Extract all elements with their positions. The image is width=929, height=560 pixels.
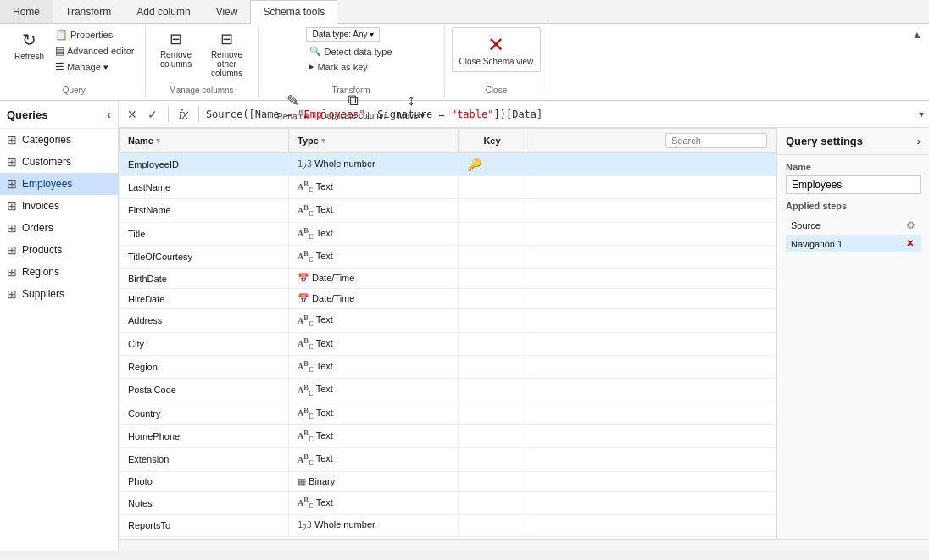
cell-key — [459, 332, 526, 355]
col-header-type[interactable]: Type ▾ — [289, 129, 459, 153]
cell-extra — [526, 355, 776, 378]
mark-as-key-label: Mark as key — [317, 62, 367, 72]
manage-button[interactable]: ☰ Manage ▾ — [52, 59, 138, 75]
qs-header: Query settings › — [777, 128, 929, 155]
cell-key — [459, 448, 526, 471]
sidebar-item-regions[interactable]: ⊞ Regions — [0, 261, 118, 283]
ribbon-group-close: ✕ Close Schema view Close — [445, 25, 549, 98]
move-button[interactable]: ↕ Move ▾ — [393, 89, 429, 123]
cell-name: City — [120, 332, 289, 355]
cell-type: ABC Text — [289, 199, 459, 222]
tab-home[interactable]: Home — [0, 0, 53, 23]
cell-name: FirstName — [120, 199, 289, 222]
step-label-navigation1: Navigation 1 — [791, 239, 906, 249]
remove-columns-label: Remove columns — [157, 50, 196, 69]
mark-as-key-button[interactable]: ▸ Mark as key — [306, 59, 370, 74]
cell-extra — [526, 309, 776, 332]
sidebar-label-orders: Orders — [22, 222, 53, 234]
cell-name: Extension — [120, 448, 289, 471]
sidebar-item-categories[interactable]: ⊞ Categories — [0, 129, 118, 151]
close-schema-view-icon: ✕ — [487, 33, 504, 57]
table-row[interactable]: EmployeeID 123 Whole number 🔑 — [120, 153, 776, 176]
refresh-button[interactable]: ↻ Refresh — [10, 27, 48, 64]
step-delete-icon[interactable]: ✕ — [906, 238, 914, 249]
qs-expand-button[interactable]: › — [917, 135, 921, 147]
sidebar-item-orders[interactable]: ⊞ Orders — [0, 217, 118, 239]
table-row[interactable]: Notes ABC Text — [120, 491, 776, 514]
sidebar-item-invoices[interactable]: ⊞ Invoices — [0, 195, 118, 217]
table-row[interactable]: HireDate 📅 Date/Time — [120, 289, 776, 309]
cell-name: HireDate — [120, 289, 289, 309]
table-row[interactable]: Photo ▦ Binary — [120, 471, 776, 491]
sidebar-item-products[interactable]: ⊞ Products — [0, 239, 118, 261]
qs-name-section: Name Applied steps Source ⚙ Navigation 1… — [777, 155, 929, 259]
properties-icon: 📋 — [55, 29, 68, 41]
table-row[interactable]: Address ABC Text — [120, 309, 776, 332]
cell-extra — [526, 199, 776, 222]
table-row[interactable]: BirthDate 📅 Date/Time — [120, 269, 776, 289]
col-header-name[interactable]: Name ▾ — [120, 129, 289, 153]
data-type-dropdown[interactable]: Data type: Any ▾ — [306, 27, 380, 42]
remove-other-columns-label: Remove other columns — [208, 50, 247, 78]
sidebar-item-employees[interactable]: ⊞ Employees — [0, 173, 118, 195]
sidebar-item-customers[interactable]: ⊞ Customers — [0, 151, 118, 173]
formula-cancel-button[interactable]: ✕ — [124, 106, 141, 123]
col-header-key[interactable]: Key — [459, 129, 526, 153]
formula-expand-button[interactable]: ▾ — [919, 108, 924, 120]
rename-button[interactable]: ✎ Rename — [273, 89, 314, 124]
cell-name: Title — [120, 222, 289, 245]
table-row[interactable]: Region ABC Text — [120, 355, 776, 378]
table-row[interactable]: ReportsTo 123 Whole number — [120, 514, 776, 536]
table-row[interactable]: PostalCode ABC Text — [120, 379, 776, 402]
table-row[interactable]: HomePhone ABC Text — [120, 424, 776, 447]
table-row[interactable]: City ABC Text — [120, 332, 776, 355]
content-with-settings: Name ▾ Type ▾ Key — [119, 128, 929, 539]
detect-data-type-button[interactable]: 🔍 Detect data type — [306, 44, 395, 58]
table-row[interactable]: Extension ABC Text — [120, 448, 776, 471]
close-schema-view-button[interactable]: ✕ Close Schema view — [452, 27, 542, 72]
table-icon-suppliers: ⊞ — [7, 287, 17, 301]
table-row[interactable]: TitleOfCourtesy ABC Text — [120, 245, 776, 268]
cell-name: EmployeeID — [120, 153, 289, 176]
data-table: Name ▾ Type ▾ Key — [119, 128, 776, 537]
cell-extra — [526, 153, 776, 176]
type-col-label: Type — [298, 136, 319, 146]
formula-confirm-button[interactable]: ✓ — [144, 106, 161, 123]
qs-step-navigation1[interactable]: Navigation 1 ✕ — [786, 235, 921, 252]
refresh-label: Refresh — [14, 52, 44, 61]
sidebar-label-categories: Categories — [22, 134, 71, 146]
remove-columns-icon: ⊟ — [170, 30, 182, 48]
properties-button[interactable]: 📋 Properties — [52, 27, 138, 42]
advanced-editor-button[interactable]: ▤ Advanced editor — [52, 43, 138, 58]
cell-extra — [526, 379, 776, 402]
cell-type: ABC Text — [289, 245, 459, 268]
search-input[interactable] — [665, 133, 767, 148]
tab-add-column[interactable]: Add column — [124, 0, 203, 23]
step-gear-icon[interactable]: ⚙ — [906, 219, 915, 231]
sidebar-collapse-button[interactable]: ‹ — [107, 108, 111, 121]
sidebar-item-suppliers[interactable]: ⊞ Suppliers — [0, 283, 118, 305]
cell-extra — [526, 222, 776, 245]
cell-extra — [526, 471, 776, 491]
table-row[interactable]: Title ABC Text — [120, 222, 776, 245]
tab-schema-tools[interactable]: Schema tools — [250, 0, 337, 24]
cell-name: LastName — [120, 176, 289, 199]
data-table-wrapper[interactable]: Name ▾ Type ▾ Key — [119, 128, 776, 539]
tab-transform[interactable]: Transform — [53, 0, 124, 23]
remove-other-columns-button[interactable]: ⊟ Remove other columns — [203, 27, 251, 80]
ribbon-collapse-button[interactable]: ▲ — [909, 25, 926, 44]
sidebar-label-regions: Regions — [22, 266, 59, 278]
step-label-source: Source — [791, 220, 906, 230]
transform-group-label: Transform — [331, 86, 370, 95]
tab-view[interactable]: View — [203, 0, 251, 23]
qs-name-input[interactable] — [786, 175, 921, 194]
detect-data-type-label: Detect data type — [324, 47, 392, 57]
table-row[interactable]: Country ABC Text — [120, 402, 776, 424]
qs-step-source[interactable]: Source ⚙ — [786, 216, 921, 235]
table-row[interactable]: FirstName ABC Text — [120, 199, 776, 222]
remove-columns-button[interactable]: ⊟ Remove columns — [153, 27, 200, 71]
formula-bar: ✕ ✓ fx Source([Name = "Employees", Signa… — [119, 101, 929, 128]
cell-name: Region — [120, 355, 289, 378]
table-row[interactable]: LastName ABC Text — [120, 176, 776, 199]
table-icon-customers: ⊞ — [7, 155, 17, 169]
